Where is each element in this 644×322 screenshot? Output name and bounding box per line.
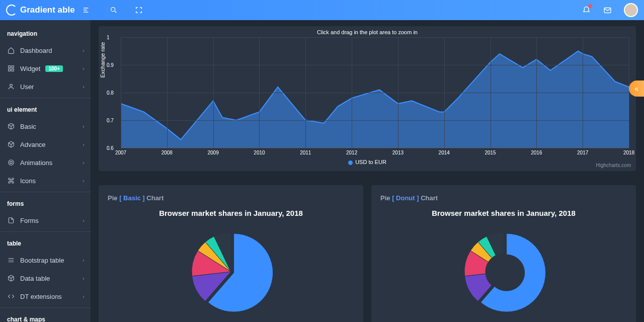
sidebar-item-icons[interactable]: Icons› bbox=[0, 172, 91, 190]
box-icon bbox=[7, 122, 15, 130]
chevron-right-icon: › bbox=[83, 257, 85, 263]
grid-icon bbox=[7, 64, 15, 72]
sidebar-group-label: chart & maps bbox=[0, 310, 91, 322]
legend-item[interactable]: USD to EUR bbox=[348, 159, 386, 165]
svg-point-8 bbox=[10, 162, 13, 164]
pie-donut-title: Pie [ Donut ] Chart bbox=[371, 185, 636, 206]
notification-icon[interactable] bbox=[582, 6, 591, 15]
pie-basic-card: Pie [ Basic ] Chart Browser market share… bbox=[99, 185, 363, 322]
chevron-right-icon: › bbox=[83, 217, 85, 223]
sidebar: navigationDashboard›Widget100+›User›ui e… bbox=[0, 20, 91, 322]
sidebar-item-label: DT extensions bbox=[20, 293, 62, 300]
box-icon bbox=[7, 140, 15, 148]
menu-collapse-icon[interactable] bbox=[82, 6, 91, 15]
svg-rect-5 bbox=[12, 69, 14, 71]
sidebar-item-advance[interactable]: Advance› bbox=[0, 135, 91, 153]
sidebar-item-forms[interactable]: Forms› bbox=[0, 211, 91, 229]
sidebar-item-label: Dashboard bbox=[20, 47, 52, 54]
topbar: Gradient able bbox=[0, 0, 644, 20]
sidebar-item-label: Advance bbox=[20, 141, 46, 148]
sidebar-item-bootstrap-table[interactable]: Bootstrap table› bbox=[0, 251, 91, 269]
box-icon bbox=[7, 274, 15, 282]
search-icon[interactable] bbox=[109, 6, 118, 15]
chevron-right-icon: › bbox=[83, 141, 85, 147]
sidebar-item-label: User bbox=[20, 83, 34, 91]
sidebar-item-widget[interactable]: Widget100+› bbox=[0, 59, 91, 77]
sidebar-group-label: table bbox=[0, 234, 91, 251]
sidebar-item-label: Icons bbox=[20, 177, 36, 185]
svg-rect-2 bbox=[9, 66, 11, 68]
sidebar-item-basic[interactable]: Basic› bbox=[0, 117, 91, 135]
chart-credit[interactable]: Highcharts.com bbox=[596, 163, 631, 168]
code-icon bbox=[7, 292, 15, 300]
sidebar-item-animations[interactable]: Animations› bbox=[0, 153, 91, 172]
user-icon bbox=[7, 83, 15, 91]
chevron-right-icon: › bbox=[83, 123, 85, 129]
svg-point-0 bbox=[111, 8, 115, 12]
brand-label: Gradient able bbox=[20, 5, 75, 15]
sidebar-item-dt-extensions[interactable]: DT extensions› bbox=[0, 287, 91, 305]
pie-basic-title: Pie [ Basic ] Chart bbox=[99, 185, 363, 206]
chevron-right-icon: › bbox=[83, 275, 85, 281]
sidebar-group-label: ui element bbox=[0, 100, 91, 117]
pie-donut-card: Pie [ Donut ] Chart Browser market share… bbox=[371, 185, 636, 322]
brand-icon bbox=[6, 5, 17, 16]
chevron-right-icon: › bbox=[83, 293, 85, 299]
svg-point-7 bbox=[9, 160, 14, 166]
brand[interactable]: Gradient able bbox=[6, 5, 75, 16]
badge: 100+ bbox=[45, 65, 63, 72]
life-icon bbox=[7, 158, 15, 167]
sidebar-group-label: navigation bbox=[0, 24, 91, 41]
pie-donut-plot[interactable] bbox=[371, 221, 636, 322]
settings-opener-icon[interactable]: « bbox=[629, 80, 644, 97]
fullscreen-icon[interactable] bbox=[134, 6, 143, 15]
mail-icon[interactable] bbox=[603, 6, 612, 15]
pie-basic-plot[interactable] bbox=[99, 221, 363, 322]
chevron-right-icon: › bbox=[83, 65, 85, 71]
sidebar-item-data-table[interactable]: Data table› bbox=[0, 269, 91, 287]
sidebar-item-label: Forms bbox=[20, 217, 39, 224]
svg-point-6 bbox=[10, 84, 13, 87]
sidebar-item-label: Bootstrap table bbox=[20, 257, 64, 264]
pie-donut-chart-title: Browser market shares in January, 2018 bbox=[371, 209, 636, 217]
sidebar-item-label: Animations bbox=[20, 159, 52, 167]
area-chart-legend: USD to EUR bbox=[99, 159, 636, 165]
avatar[interactable] bbox=[624, 3, 638, 17]
sidebar-item-label: Basic bbox=[20, 123, 36, 130]
chevron-right-icon: › bbox=[83, 178, 85, 184]
area-chart-card: Click and drag in the plot area to zoom … bbox=[99, 26, 636, 171]
chevron-right-icon: › bbox=[83, 84, 85, 90]
sidebar-item-label: Widget bbox=[20, 65, 40, 72]
home-icon bbox=[7, 46, 15, 54]
area-chart-subtitle: Click and drag in the plot area to zoom … bbox=[99, 26, 636, 35]
svg-rect-4 bbox=[9, 69, 11, 71]
pie-basic-chart-title: Browser market shares in January, 2018 bbox=[99, 209, 363, 217]
list-icon bbox=[7, 256, 15, 264]
area-chart-ylabel: Exchange rate bbox=[100, 42, 106, 78]
chevron-right-icon: › bbox=[83, 47, 85, 53]
sidebar-group-label: forms bbox=[0, 194, 91, 211]
sidebar-item-user[interactable]: User› bbox=[0, 77, 91, 96]
cmd-icon bbox=[7, 177, 15, 185]
sidebar-item-dashboard[interactable]: Dashboard› bbox=[0, 41, 91, 59]
svg-rect-3 bbox=[12, 66, 14, 68]
file-icon bbox=[7, 216, 15, 224]
chevron-right-icon: › bbox=[83, 159, 85, 166]
sidebar-item-label: Data table bbox=[20, 275, 50, 282]
